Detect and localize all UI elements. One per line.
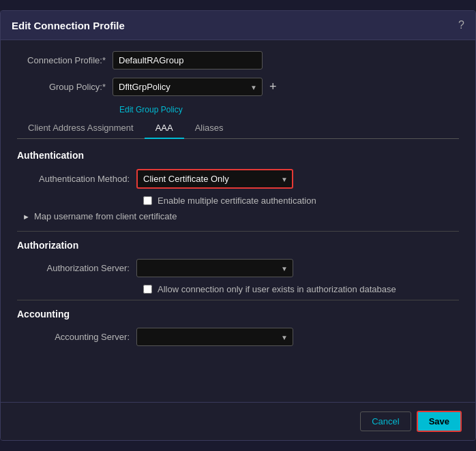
- modal-body: Connection Profile:* Group Policy:* Dflt…: [1, 40, 475, 375]
- allow-connection-label: Allow connection only if user exists in …: [158, 284, 396, 294]
- enable-multiple-cert-checkbox[interactable]: [143, 196, 152, 205]
- authorization-server-label: Authorization Server:: [17, 263, 136, 273]
- allow-connection-row: Allow connection only if user exists in …: [143, 284, 459, 294]
- edit-group-policy-link[interactable]: Edit Group Policy: [17, 104, 459, 114]
- auth-method-label: Authentication Method:: [17, 174, 136, 184]
- enable-multiple-cert-row: Enable multiple certificate authenticati…: [143, 196, 459, 206]
- group-policy-label: Group Policy:*: [17, 82, 113, 92]
- authorization-section-title: Authorization: [17, 240, 459, 251]
- group-policy-select[interactable]: DfltGrpPolicy: [113, 78, 263, 96]
- section-divider: [17, 231, 459, 232]
- tab-aaa[interactable]: AAA: [145, 117, 184, 138]
- tab-aliases[interactable]: Aliases: [184, 117, 235, 138]
- tab-bar: Client Address Assignment AAA Aliases: [17, 117, 459, 139]
- cancel-button[interactable]: Cancel: [360, 411, 411, 431]
- authorization-server-select[interactable]: [136, 259, 293, 277]
- tab-client-address[interactable]: Client Address Assignment: [17, 117, 145, 138]
- add-group-policy-button[interactable]: +: [267, 80, 280, 94]
- enable-multiple-cert-label: Enable multiple certificate authenticati…: [158, 196, 316, 206]
- auth-method-select-wrapper: Client Certificate Only AAA AAA and Clie…: [136, 169, 293, 189]
- authorization-server-row: Authorization Server:: [17, 259, 459, 277]
- connection-profile-row: Connection Profile:*: [17, 51, 459, 69]
- authentication-section-title: Authentication: [17, 150, 459, 161]
- modal-footer: Cancel Save: [1, 402, 475, 440]
- edit-connection-profile-modal: Edit Connection Profile ? Connection Pro…: [0, 10, 476, 441]
- group-policy-row: Group Policy:* DfltGrpPolicy +: [17, 78, 459, 96]
- save-button[interactable]: Save: [417, 411, 462, 432]
- connection-profile-input[interactable]: [113, 51, 263, 69]
- section-divider-2: [17, 300, 459, 300]
- auth-method-select[interactable]: Client Certificate Only AAA AAA and Clie…: [136, 169, 293, 189]
- help-icon[interactable]: ?: [458, 19, 464, 31]
- accounting-server-select[interactable]: [136, 328, 293, 346]
- aaa-tab-content: Authentication Authentication Method: Cl…: [17, 139, 459, 364]
- accounting-server-select-wrapper: [136, 328, 293, 346]
- accounting-section-title: Accounting: [17, 309, 459, 320]
- map-username-row[interactable]: ► Map username from client certificate: [23, 211, 459, 221]
- auth-method-row: Authentication Method: Client Certificat…: [17, 169, 459, 189]
- accounting-server-label: Accounting Server:: [17, 332, 136, 342]
- modal-title: Edit Connection Profile: [12, 20, 125, 31]
- map-username-label: Map username from client certificate: [34, 211, 177, 221]
- connection-profile-label: Connection Profile:*: [17, 55, 113, 65]
- allow-connection-checkbox[interactable]: [143, 285, 152, 294]
- group-policy-select-wrapper: DfltGrpPolicy: [113, 78, 263, 96]
- accounting-server-row: Accounting Server:: [17, 328, 459, 346]
- authorization-server-select-wrapper: [136, 259, 293, 277]
- expand-icon: ►: [23, 213, 30, 221]
- modal-header: Edit Connection Profile ?: [1, 11, 475, 40]
